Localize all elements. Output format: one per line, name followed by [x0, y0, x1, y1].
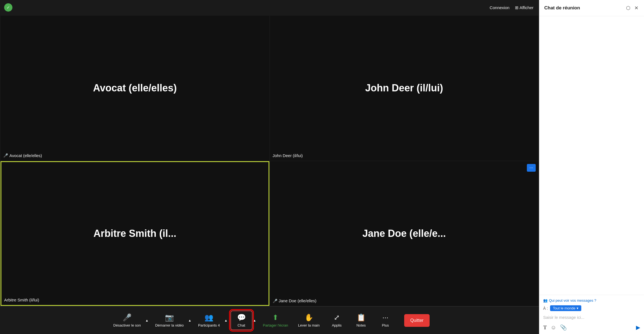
chat-input-actions: 𝐓 ☺ 📎 ▶: [543, 324, 640, 331]
participants-caret-button[interactable]: ▲: [224, 319, 228, 322]
mute-caret-button[interactable]: ▲: [145, 319, 149, 322]
video-cell-avocat: Avocat (elle/elles) 🎤 Avocat (elle/elles…: [1, 16, 269, 161]
to-text: À :: [543, 306, 548, 311]
chat-messages: [539, 16, 644, 295]
microphone-icon: 🎤: [123, 313, 132, 322]
security-icon[interactable]: ✓: [4, 3, 12, 12]
notes-icon: 📋: [357, 313, 366, 322]
participants-label: Participants 4: [198, 323, 220, 327]
attach-icon: 📎: [560, 324, 567, 330]
raise-hand-button[interactable]: ✋ Lever la main: [294, 311, 324, 330]
participants-group: 👥 Participants 4 ▲: [194, 311, 228, 330]
chat-icon: 💬: [237, 313, 246, 322]
apps-button[interactable]: ⤢ Applis: [326, 311, 348, 330]
toolbar: 🎤 Désactiver le son ▲ 📷 Démarrer la vidé…: [0, 306, 539, 334]
chevron-down-icon: ▾: [577, 306, 579, 310]
chat-button[interactable]: 💬 Chat: [230, 311, 253, 330]
send-button[interactable]: ▶: [636, 324, 640, 331]
raise-hand-label: Lever la main: [298, 323, 320, 327]
video-button[interactable]: 📷 Démarrer la vidéo: [151, 311, 188, 330]
format-icon: 𝐓: [543, 324, 547, 330]
john-deer-name: John Deer (il/lui): [365, 82, 443, 94]
participants-icon: 👥: [204, 313, 213, 322]
mute-group: 🎤 Désactiver le son ▲: [109, 311, 149, 330]
share-label: Partager l'écran: [263, 323, 288, 327]
share-screen-icon: ⬆: [272, 313, 278, 322]
recipient-label: Tout le monde: [553, 306, 575, 310]
to-row: À : Tout le monde ▾: [543, 305, 640, 311]
apps-icon: ⤢: [334, 313, 340, 322]
video-grid: Avocat (elle/elles) 🎤 Avocat (elle/elles…: [0, 15, 539, 306]
attach-button[interactable]: 📎: [560, 324, 567, 331]
more-options-button[interactable]: ···: [527, 164, 536, 172]
arbitre-smith-name: Arbitre Smith (il...: [93, 228, 176, 239]
participants-button[interactable]: 👥 Participants 4: [194, 311, 224, 330]
avocat-label: 🎤 Avocat (elle/elles): [3, 153, 42, 158]
afficher-button[interactable]: ⊞ Afficher: [515, 5, 533, 10]
camera-off-icon: 📷: [165, 313, 174, 322]
mute-label: Désactiver le son: [113, 323, 141, 327]
send-icon: ▶: [636, 324, 640, 330]
people-icon: 👥: [543, 298, 548, 303]
share-screen-button[interactable]: ⬆ Partager l'écran: [259, 311, 292, 330]
recipient-badge[interactable]: Tout le monde ▾: [550, 305, 581, 311]
video-group: 📷 Démarrer la vidéo ▲: [151, 311, 192, 330]
top-bar: Connexion ⊞ Afficher: [0, 0, 539, 15]
emoji-button[interactable]: ☺: [551, 324, 556, 331]
emoji-icon: ☺: [551, 324, 556, 330]
chat-title: Chat de réunion: [544, 5, 580, 11]
chat-caret-button[interactable]: ▲: [253, 319, 257, 322]
raise-hand-icon: ✋: [304, 313, 313, 322]
chat-footer: 👥 Qui peut voir vos messages ? À : Tout …: [539, 295, 644, 334]
message-input[interactable]: [543, 313, 640, 321]
jane-doe-label: 🎤 Jane Doe (elle/elles): [273, 298, 317, 303]
close-chat-button[interactable]: ✕: [634, 4, 639, 12]
avocat-name: Avocat (elle/elles): [93, 82, 177, 94]
video-cell-john-deer: John Deer (il/lui) John Deer (il/lui): [270, 16, 539, 161]
chat-label: Chat: [238, 323, 245, 327]
more-icon: ···: [382, 313, 388, 322]
chat-header-actions: ⬡ ✕: [625, 4, 639, 12]
meeting-area: ✓ Connexion ⊞ Afficher Avocat (elle/elle…: [0, 0, 539, 334]
format-button[interactable]: 𝐓: [543, 324, 547, 331]
quit-button[interactable]: Quitter: [404, 314, 430, 327]
connexion-button[interactable]: Connexion: [490, 5, 509, 10]
who-can-see-label: Qui peut voir vos messages ?: [549, 298, 596, 303]
notes-label: Notes: [356, 323, 366, 327]
jane-doe-name: Jane Doe (elle/e...: [362, 228, 446, 239]
notes-button[interactable]: 📋 Notes: [350, 311, 372, 330]
more-label: Plus: [382, 323, 389, 327]
mute-button[interactable]: 🎤 Désactiver le son: [109, 311, 145, 330]
video-caret-button[interactable]: ▲: [188, 319, 192, 322]
more-button[interactable]: ··· Plus: [374, 311, 396, 330]
video-cell-jane-doe: Jane Doe (elle/e... ··· 🎤 Jane Doe (elle…: [270, 161, 539, 306]
chat-group: 💬 Chat ▲: [230, 311, 257, 330]
chat-panel: Chat de réunion ⬡ ✕ 👥 Qui peut voir vos …: [539, 0, 644, 334]
apps-label: Applis: [332, 323, 341, 327]
video-cell-arbitre-smith: Arbitre Smith (il... Arbitre Smith (il/l…: [1, 161, 269, 306]
arbitre-smith-label: Arbitre Smith (il/lui): [4, 298, 39, 302]
avocat-muted-icon: 🎤: [3, 153, 8, 158]
popout-button[interactable]: ⬡: [625, 4, 631, 12]
chat-header: Chat de réunion ⬡ ✕: [539, 0, 644, 16]
who-can-see[interactable]: 👥 Qui peut voir vos messages ?: [543, 298, 640, 303]
john-deer-label: John Deer (il/lui): [273, 153, 303, 158]
video-label: Démarrer la vidéo: [155, 323, 184, 327]
jane-doe-muted-icon: 🎤: [273, 299, 277, 303]
